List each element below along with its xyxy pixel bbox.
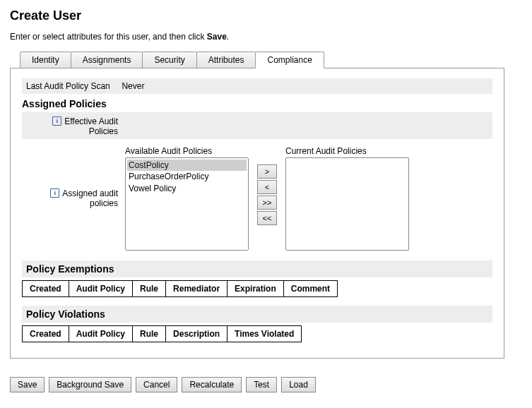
list-item[interactable]: CostPolicy xyxy=(127,160,247,171)
effective-policies-label: Effective Audit Policies xyxy=(26,115,125,136)
last-scan-row: Last Audit Policy Scan Never xyxy=(22,78,492,94)
tab-assignments[interactable]: Assignments xyxy=(71,52,143,68)
page-title: Create User xyxy=(10,8,522,23)
effective-label-line2: Policies xyxy=(89,126,118,136)
assigned-policies-row: Assigned audit policies Available Audit … xyxy=(22,143,492,253)
cancel-button[interactable]: Cancel xyxy=(136,377,177,392)
column-header: Remediator xyxy=(166,281,227,297)
column-header: Created xyxy=(23,326,69,342)
move-remove-button[interactable]: < xyxy=(257,180,277,194)
instruction-prefix: Enter or select attributes for this user… xyxy=(10,32,207,42)
exemptions-heading: Policy Exemptions xyxy=(22,260,492,277)
move-add-all-button[interactable]: >> xyxy=(257,196,277,210)
list-item[interactable]: PurchaseOrderPolicy xyxy=(127,171,247,182)
save-button[interactable]: Save xyxy=(10,377,45,392)
recalculate-button[interactable]: Recalculate xyxy=(182,377,242,392)
assigned-label-line2: policies xyxy=(90,198,118,208)
dual-list: Available Audit Policies CostPolicyPurch… xyxy=(125,146,409,251)
violations-table: CreatedAudit PolicyRuleDescriptionTimes … xyxy=(22,325,302,342)
test-button[interactable]: Test xyxy=(246,377,277,392)
assigned-policies-heading: Assigned Policies xyxy=(22,98,492,109)
effective-policies-row: Effective Audit Policies xyxy=(22,112,492,139)
info-icon[interactable] xyxy=(50,188,59,198)
available-policies-list[interactable]: CostPolicyPurchaseOrderPolicyVowel Polic… xyxy=(125,157,249,251)
compliance-panel: Last Audit Policy Scan Never Assigned Po… xyxy=(10,68,504,359)
tab-bar: Identity Assignments Security Attributes… xyxy=(20,52,522,68)
tab-security[interactable]: Security xyxy=(142,52,196,68)
move-remove-all-button[interactable]: << xyxy=(257,211,277,225)
instruction-text: Enter or select attributes for this user… xyxy=(10,32,522,42)
column-header: Created xyxy=(23,281,69,297)
column-header: Audit Policy xyxy=(69,326,132,342)
column-header: Rule xyxy=(133,326,166,342)
column-header: Audit Policy xyxy=(69,281,132,297)
effective-label-line1: Effective Audit xyxy=(64,116,118,126)
instruction-suffix: . xyxy=(227,32,229,42)
column-header: Rule xyxy=(133,281,166,297)
exemptions-table: CreatedAudit PolicyRuleRemediatorExpirat… xyxy=(22,280,338,297)
assigned-label-line1: Assigned audit xyxy=(62,188,118,198)
footer-buttons: Save Background Save Cancel Recalculate … xyxy=(10,377,522,392)
tab-compliance[interactable]: Compliance xyxy=(255,52,324,68)
violations-heading: Policy Violations xyxy=(22,306,492,323)
move-add-button[interactable]: > xyxy=(257,164,277,179)
tab-identity[interactable]: Identity xyxy=(20,52,71,68)
current-policies-list[interactable] xyxy=(285,157,409,251)
last-scan-label: Last Audit Policy Scan xyxy=(26,81,110,91)
column-header: Expiration xyxy=(227,281,284,297)
instruction-bold: Save xyxy=(207,32,227,42)
column-header: Times Violated xyxy=(227,326,302,342)
list-item[interactable]: Vowel Policy xyxy=(127,183,247,194)
load-button[interactable]: Load xyxy=(281,377,316,392)
current-list-label: Current Audit Policies xyxy=(285,146,409,156)
assigned-policies-label: Assigned audit policies xyxy=(26,188,125,208)
column-header: Comment xyxy=(283,281,337,297)
available-list-label: Available Audit Policies xyxy=(125,146,249,156)
info-icon[interactable] xyxy=(52,116,61,126)
last-scan-value: Never xyxy=(122,81,144,91)
column-header: Description xyxy=(166,326,227,342)
background-save-button[interactable]: Background Save xyxy=(49,377,131,392)
tab-attributes[interactable]: Attributes xyxy=(196,52,256,68)
